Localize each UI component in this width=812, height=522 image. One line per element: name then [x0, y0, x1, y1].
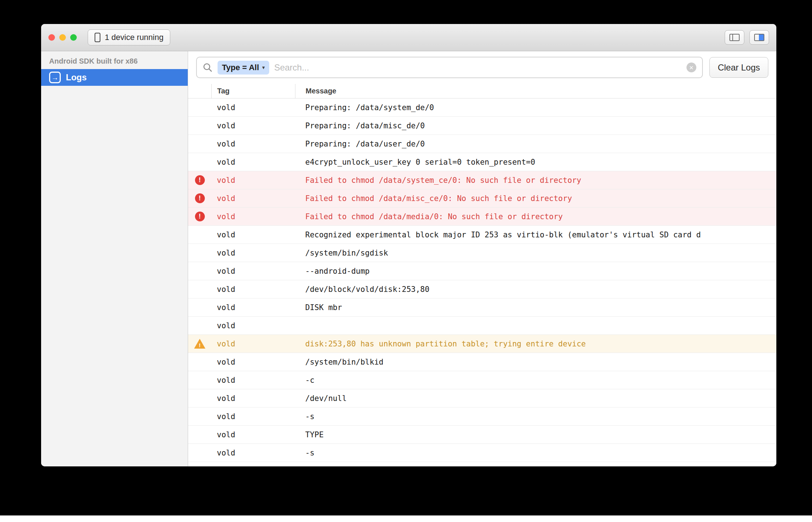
log-message: e4crypt_unlock_user_key 0 serial=0 token…: [295, 158, 776, 166]
log-message: Preparing: /data/system_de/0: [295, 103, 776, 112]
panel-left-icon: [729, 34, 740, 41]
log-message: /system/bin/blkid: [295, 358, 776, 366]
log-tag: vold: [211, 249, 295, 257]
titlebar: 1 device running: [41, 24, 776, 51]
log-row[interactable]: vold /system/bin/sgdisk: [188, 244, 776, 262]
filter-token-label: Type = All: [222, 63, 259, 72]
error-icon: !: [195, 175, 205, 185]
log-row[interactable]: ! vold Failed to chmod /data/misc_ce/0: …: [188, 189, 776, 208]
log-tag: vold: [211, 303, 295, 312]
log-message: disk:253,80 has unknown partition table;…: [295, 340, 776, 348]
close-window-button[interactable]: [48, 34, 55, 41]
log-row[interactable]: vold /dev/block/vold/disk:253,80: [188, 280, 776, 298]
log-message: Recognized experimental block major ID 2…: [295, 230, 776, 239]
sidebar-item-label: Logs: [66, 72, 87, 83]
log-tag: vold: [211, 321, 295, 330]
chevron-down-icon: ▾: [262, 65, 265, 70]
log-tag: vold: [211, 430, 295, 439]
log-message: /dev/null: [295, 394, 776, 403]
log-message: /dev/block/vold/disk:253,80: [295, 285, 776, 294]
log-tag: vold: [211, 285, 295, 294]
desktop-background: 1 device running Android SDK built for x…: [0, 0, 812, 522]
log-tag: vold: [211, 449, 295, 457]
device-running-button[interactable]: 1 device running: [88, 29, 170, 45]
log-message: Preparing: /data/user_de/0: [295, 140, 776, 148]
bottom-strip: [0, 515, 812, 522]
tag-column-header[interactable]: Tag: [211, 84, 295, 98]
device-name-label: Android SDK built for x86: [41, 55, 188, 69]
log-tag: vold: [211, 412, 295, 421]
log-tag: vold: [211, 194, 295, 203]
log-row[interactable]: ! vold disk:253,80 has unknown partition…: [188, 335, 776, 353]
log-row[interactable]: vold TYPE: [188, 426, 776, 444]
log-tag: vold: [211, 267, 295, 276]
log-message: -s: [295, 412, 776, 421]
clear-logs-button[interactable]: Clear Logs: [709, 57, 768, 78]
log-tag: vold: [211, 176, 295, 185]
log-message: -c: [295, 376, 776, 385]
filter-token[interactable]: Type = All ▾: [218, 61, 269, 75]
logs-panel: Type = All ▾ × Clear Logs Tag Message vo…: [188, 51, 776, 466]
sidebar: Android SDK built for x86 → Logs: [41, 51, 188, 466]
log-row[interactable]: vold --android-dump: [188, 262, 776, 280]
device-running-label: 1 device running: [105, 33, 163, 42]
search-input[interactable]: [274, 63, 681, 73]
clear-search-icon[interactable]: ×: [686, 63, 696, 72]
log-row[interactable]: vold DISK mbr: [188, 298, 776, 317]
log-tag: vold: [211, 212, 295, 221]
log-message: TYPE: [295, 430, 776, 439]
message-column-header[interactable]: Message: [295, 84, 776, 98]
log-message: Preparing: /data/misc_de/0: [295, 121, 776, 130]
log-tag: vold: [211, 158, 295, 166]
log-row[interactable]: vold -s: [188, 444, 776, 462]
log-message: DISK mbr: [295, 303, 776, 312]
log-tag: vold: [211, 376, 295, 385]
level-column-header: [188, 84, 211, 98]
log-table-body: vold Preparing: /data/system_de/0 vold P…: [188, 99, 776, 466]
log-tag: vold: [211, 140, 295, 148]
log-row[interactable]: vold Preparing: /data/misc_de/0: [188, 117, 776, 135]
search-icon: [203, 63, 212, 72]
log-row[interactable]: vold Recognized experimental block major…: [188, 226, 776, 244]
log-row[interactable]: vold -s: [188, 407, 776, 426]
log-tag: vold: [211, 358, 295, 366]
zoom-window-button[interactable]: [70, 34, 77, 41]
error-icon: !: [195, 212, 205, 221]
panel-right-icon: [754, 34, 764, 41]
logs-arrow-icon: →: [49, 72, 61, 83]
log-row[interactable]: vold Preparing: /data/system_de/0: [188, 99, 776, 117]
window-controls: [48, 34, 77, 41]
log-tag: vold: [211, 121, 295, 130]
log-message: --android-dump: [295, 267, 776, 276]
log-tag: vold: [211, 230, 295, 239]
log-row[interactable]: vold: [188, 317, 776, 335]
toggle-left-panel-button[interactable]: [725, 30, 744, 45]
table-header: Tag Message: [188, 84, 776, 99]
titlebar-right-buttons: [725, 30, 769, 45]
log-tag: vold: [211, 340, 295, 348]
search-field[interactable]: Type = All ▾ ×: [196, 57, 703, 78]
log-message: Failed to chmod /data/system_ce/0: No su…: [295, 176, 776, 185]
log-tag: vold: [211, 103, 295, 112]
search-toolbar: Type = All ▾ × Clear Logs: [188, 51, 776, 84]
log-message: -s: [295, 449, 776, 457]
log-row[interactable]: vold e4crypt_unlock_user_key 0 serial=0 …: [188, 153, 776, 171]
window-body: Android SDK built for x86 → Logs Type = …: [41, 51, 776, 466]
log-row[interactable]: ! vold Failed to chmod /data/system_ce/0…: [188, 171, 776, 189]
warning-icon: !: [194, 339, 206, 349]
log-row[interactable]: vold Preparing: /data/user_de/0: [188, 135, 776, 153]
error-icon: !: [195, 193, 205, 203]
log-message: /system/bin/sgdisk: [295, 249, 776, 257]
minimize-window-button[interactable]: [59, 34, 66, 41]
log-row[interactable]: vold /system/bin/blkid: [188, 353, 776, 371]
sidebar-item-logs[interactable]: → Logs: [41, 69, 188, 86]
log-row[interactable]: ! vold Failed to chmod /data/media/0: No…: [188, 208, 776, 226]
log-message: Failed to chmod /data/media/0: No such f…: [295, 212, 776, 221]
phone-icon: [95, 33, 100, 42]
log-tag: vold: [211, 394, 295, 403]
log-row[interactable]: vold /dev/null: [188, 389, 776, 407]
app-window: 1 device running Android SDK built for x…: [41, 24, 776, 466]
log-row[interactable]: vold -c: [188, 371, 776, 389]
toggle-right-panel-button[interactable]: [749, 30, 769, 45]
log-message: Failed to chmod /data/misc_ce/0: No such…: [295, 194, 776, 203]
